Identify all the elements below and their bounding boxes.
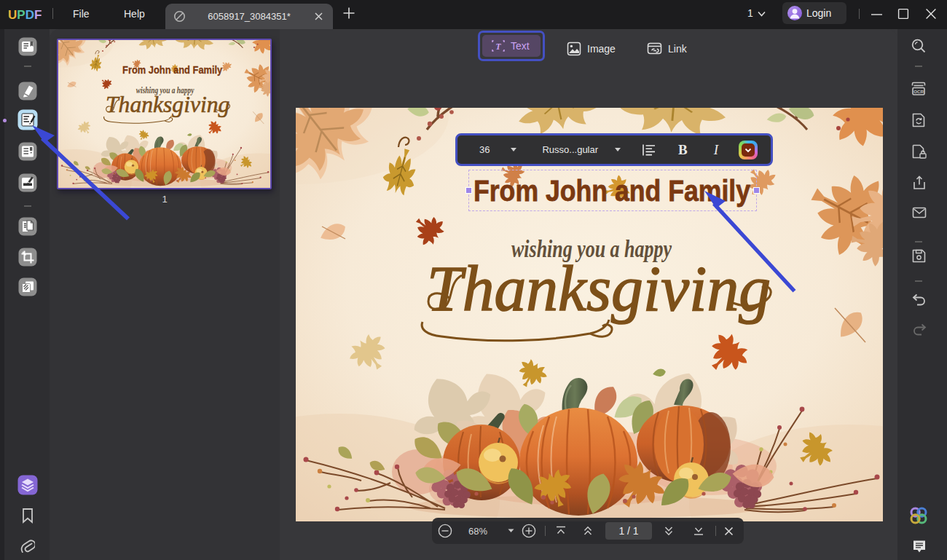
svg-text:T: T (495, 42, 501, 52)
svg-text:OCR: OCR (913, 89, 924, 94)
